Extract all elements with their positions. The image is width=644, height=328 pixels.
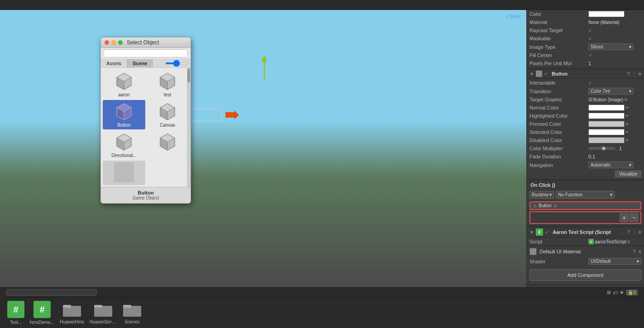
select-object-dialog-overlay: Select Object Assets Scene aaron [100, 37, 191, 204]
button-reference-box: ⊙ Button ⊙ [530, 201, 641, 210]
shader-value: UI/Default [591, 259, 611, 264]
item-empty-1[interactable] [146, 130, 189, 160]
script-help-icon[interactable]: ? [627, 229, 630, 235]
interactable-label: Interactable [530, 80, 588, 86]
script-section-title: Aaron Test Script (Script [553, 229, 611, 235]
dialog-tabs-2: Assets Scene [101, 59, 191, 68]
normal-color-label: Normal Color [530, 105, 588, 110]
scrollbar-thumb [187, 69, 190, 82]
dialog-close-2[interactable] [105, 40, 109, 45]
item-button-selected[interactable]: Button [103, 100, 145, 129]
transition-dropdown[interactable]: Color Tint ▾ [588, 88, 634, 95]
selected-color-edit[interactable]: ✏ [625, 130, 629, 134]
normal-color-edit[interactable]: ✏ [625, 105, 629, 110]
button-selected-label: Button [118, 123, 131, 128]
dialog-scrollbar-2[interactable] [187, 68, 191, 187]
navigation-label: Navigation [530, 162, 588, 168]
target-graphic-label: Target Graphic [530, 97, 588, 102]
highlighted-color-swatch[interactable] [588, 113, 625, 119]
tab-slider [153, 59, 191, 67]
bottom-item-scenes[interactable]: Scenes [122, 301, 142, 324]
bottom-item-test[interactable]: # Test... [7, 301, 24, 325]
transition-value: Color Tint [591, 89, 610, 94]
dialog-min-2[interactable] [111, 40, 116, 45]
ui-material-help-icon[interactable]: ? [633, 249, 635, 254]
color-swatch[interactable] [588, 11, 625, 17]
button-enabled-checkbox[interactable] [544, 71, 548, 77]
directional-label: Directional... [111, 153, 137, 158]
selected-color-swatch[interactable] [588, 129, 625, 135]
visualize-button[interactable]: Visualize [615, 171, 641, 177]
dialog-search-input-2[interactable] [104, 49, 188, 57]
no-function-label: No Function [558, 192, 582, 197]
transition-row: Transition Color Tint ▾ [527, 87, 644, 95]
bottom-icon-2[interactable]: 🏷 [613, 290, 618, 295]
interactable-checkbox[interactable] [588, 80, 592, 86]
button-ref-icon: ⊙ [533, 204, 537, 208]
svg-rect-14 [94, 305, 102, 308]
back-button[interactable]: < Back [506, 14, 521, 19]
aaron-cube-icon [114, 71, 134, 91]
tab-scene-2[interactable]: Scene [127, 59, 153, 67]
navigation-value: Automatic [591, 162, 611, 167]
color-row: Color [527, 10, 644, 18]
add-component-button[interactable]: Add Component [530, 269, 641, 281]
highlighted-color-edit[interactable]: ✏ [625, 114, 629, 118]
shader-row: Shader UI/Default ▾ [527, 257, 644, 266]
script-enabled-checkbox[interactable] [545, 229, 549, 235]
pressed-color-edit[interactable]: ✏ [625, 122, 629, 126]
color-multiplier-value: 1 [619, 146, 622, 151]
pressed-color-swatch[interactable] [588, 121, 625, 127]
button-help-icon[interactable]: ? [627, 71, 630, 76]
target-graphic-circle[interactable]: ⊙ [624, 97, 628, 102]
normal-color-swatch[interactable] [588, 105, 625, 111]
disabled-color-swatch[interactable] [588, 137, 625, 143]
item-aaron[interactable]: aaron [103, 70, 145, 99]
script-settings-icon[interactable]: ⋮ [632, 229, 637, 235]
button-tag-arrow[interactable]: ▾ [546, 287, 548, 287]
add-listener-button[interactable]: + [620, 213, 629, 222]
dialog-max-2[interactable] [118, 40, 123, 45]
tab-assets-2[interactable]: Assets [101, 59, 127, 67]
button-menu-icon[interactable]: ≡ [639, 71, 641, 76]
size-slider-2[interactable] [165, 62, 188, 64]
button-ref-circle[interactable]: ⊙ [553, 204, 557, 208]
bottom-icon-1[interactable]: ⊞ [607, 290, 611, 295]
bottom-item-huaweiservice[interactable]: HuaweiService [90, 301, 117, 324]
item-empty-2[interactable] [103, 161, 145, 185]
item-test[interactable]: test [146, 70, 189, 99]
color-multiplier-slider[interactable] [588, 147, 615, 150]
fill-center-checkbox[interactable] [588, 52, 592, 58]
shader-label: Shader [530, 259, 588, 264]
runtime-dropdown[interactable]: Runtime ▾ [530, 191, 554, 199]
color-multiplier-row: Color Multiplier 1 [527, 144, 644, 152]
ui-material-menu-icon[interactable]: ≡ [639, 249, 641, 254]
item-directional[interactable]: Directional... [103, 130, 145, 160]
script-value-area: # aaronTestScript ⊙ [588, 239, 630, 244]
raycast-checkbox[interactable] [588, 28, 592, 33]
navigation-dropdown[interactable]: Automatic ▾ [588, 162, 634, 168]
collapse-indicator[interactable]: ▼ [530, 71, 534, 76]
script-menu-icon[interactable]: ≡ [639, 229, 641, 235]
no-function-dropdown[interactable]: No Function ▾ [556, 191, 615, 199]
disabled-color-edit[interactable]: ✏ [625, 138, 629, 143]
script-file-icon: # [588, 239, 594, 244]
svg-marker-1 [262, 55, 267, 62]
bottom-icon-3[interactable]: ★ [620, 290, 624, 295]
visualize-row: Visualize [527, 169, 644, 179]
normal-color-row: Normal Color ✏ [527, 104, 644, 112]
bottom-item-huaweihms[interactable]: HuaweiHms [60, 301, 84, 324]
dropdown-arrow-3: ▾ [629, 162, 631, 167]
bottom-search-input[interactable] [6, 289, 97, 296]
item-canvas[interactable]: Canvas [146, 100, 189, 129]
image-type-dropdown[interactable]: Sliced ▾ [588, 43, 634, 50]
remove-listener-button[interactable]: − [630, 213, 639, 222]
shader-dropdown[interactable]: UI/Default ▾ [588, 258, 641, 265]
script-collapse-indicator[interactable]: ▼ [530, 230, 534, 235]
dialog-title-2: Select Object [127, 39, 159, 46]
maskable-checkbox[interactable] [588, 36, 592, 42]
top-bar [0, 0, 644, 10]
button-settings-icon[interactable]: ⋮ [632, 71, 637, 77]
bottom-item-hmsdemo[interactable]: # hmsDemo... [30, 301, 54, 325]
script-ref-circle[interactable]: ⊙ [627, 239, 630, 244]
